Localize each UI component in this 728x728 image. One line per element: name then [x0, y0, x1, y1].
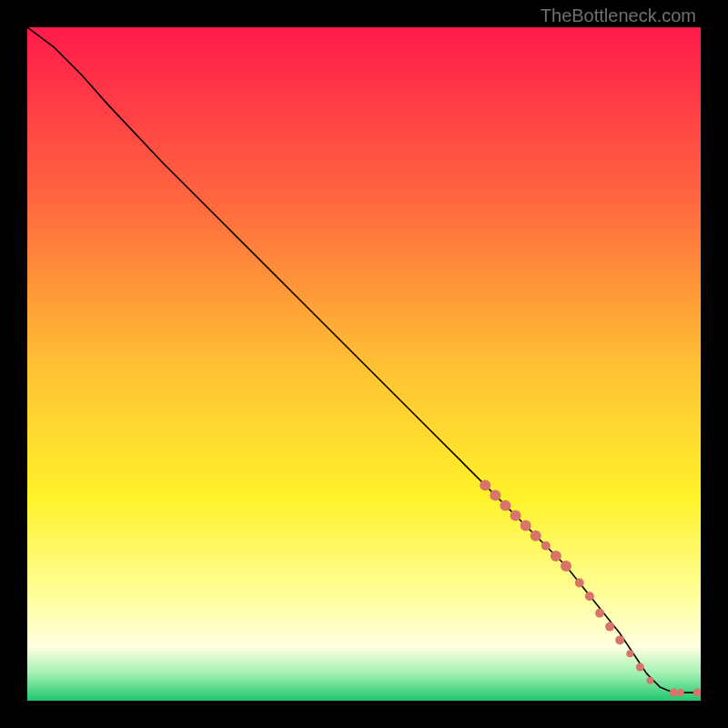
chart-marker	[575, 579, 584, 588]
chart-marker	[531, 531, 541, 541]
chart-marker	[490, 490, 500, 500]
chart-marker	[521, 521, 531, 531]
chart-marker	[605, 622, 614, 632]
chart-marker	[541, 541, 551, 551]
chart-svg	[27, 27, 701, 701]
chart-marker	[670, 689, 678, 697]
chart-marker	[480, 480, 490, 490]
chart-marker	[636, 663, 644, 672]
chart-marker	[585, 592, 594, 601]
chart-marker	[500, 500, 511, 511]
chart-marker	[647, 677, 654, 684]
chart-marker	[595, 609, 604, 618]
chart-marker	[626, 650, 633, 657]
chart-marker	[561, 561, 571, 571]
chart-plot-area	[27, 27, 701, 701]
watermark-text: TheBottleneck.com	[541, 5, 696, 26]
chart-marker	[677, 689, 684, 696]
chart-marker	[511, 511, 521, 521]
chart-marker	[615, 635, 624, 644]
chart-marker	[551, 551, 561, 561]
